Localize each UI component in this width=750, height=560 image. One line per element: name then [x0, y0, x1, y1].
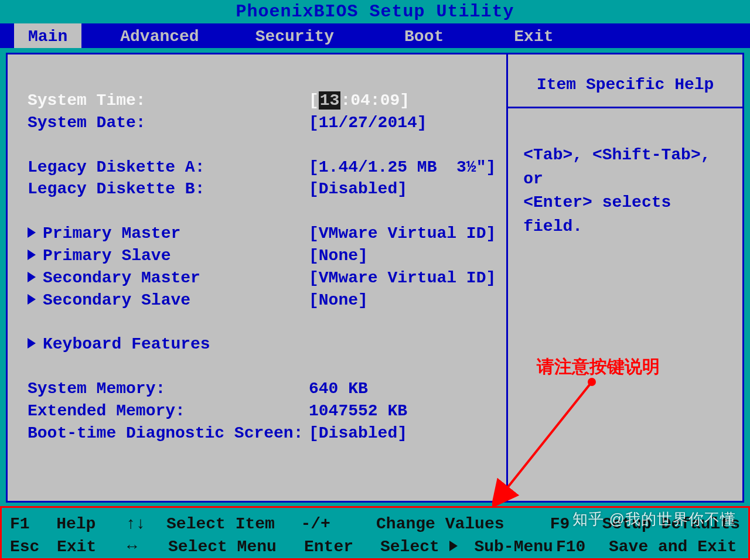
menu-bar: Main Advanced Security Boot Exit — [0, 23, 750, 48]
settings-panel: System Time: [13:04:09] System Date: [11… — [8, 54, 506, 501]
label-extended-memory: Extended Memory: — [28, 400, 309, 422]
value-system-date[interactable]: [11/27/2014] — [309, 112, 427, 134]
label-primary-slave: Primary Slave — [28, 245, 309, 267]
label-legacy-b: Legacy Diskette B: — [28, 178, 309, 200]
row-boot-diag[interactable]: Boot-time Diagnostic Screen: [Disabled] — [28, 422, 496, 445]
submenu-icon — [28, 250, 36, 260]
help-title: Item Specific Help — [508, 54, 742, 108]
value-boot-diag[interactable]: [Disabled] — [309, 422, 407, 445]
hint-select-item: Select Item — [166, 513, 301, 535]
time-hour-selected[interactable]: 13 — [319, 91, 341, 110]
value-secondary-slave[interactable]: [None] — [309, 289, 368, 312]
submenu-icon — [28, 272, 36, 282]
hint-key-f1: F1 — [10, 513, 56, 535]
hint-select-submenu: Select Sub-Menu — [380, 535, 556, 558]
row-primary-master[interactable]: Primary Master [VMware Virtual ID] — [28, 223, 496, 245]
row-extended-memory: Extended Memory: 1047552 KB — [28, 400, 496, 422]
label-primary-master: Primary Master — [28, 223, 309, 245]
submenu-icon — [449, 541, 458, 551]
value-extended-memory: 1047552 KB — [309, 400, 407, 422]
hint-key-f10: F10 — [556, 535, 609, 558]
hint-save-exit: Save and Exit — [609, 535, 740, 558]
label-secondary-master: Secondary Master — [28, 267, 309, 289]
value-secondary-master[interactable]: [VMware Virtual ID] — [309, 267, 496, 289]
submenu-icon — [28, 338, 36, 349]
hint-key-leftright: ↔ — [127, 535, 168, 558]
value-primary-master[interactable]: [VMware Virtual ID] — [309, 223, 496, 245]
hint-key-plusminus: -/+ — [301, 513, 376, 535]
tab-main[interactable]: Main — [14, 23, 81, 48]
row-secondary-slave[interactable]: Secondary Slave [None] — [28, 289, 496, 312]
submenu-icon — [28, 227, 36, 238]
row-system-date[interactable]: System Date: [11/27/2014] — [28, 112, 496, 134]
label-boot-diag: Boot-time Diagnostic Screen: — [28, 422, 309, 445]
value-primary-slave[interactable]: [None] — [309, 245, 368, 267]
help-body: <Tab>, <Shift-Tab>, or <Enter> selects f… — [508, 108, 742, 244]
label-system-memory: System Memory: — [28, 378, 309, 400]
hint-exit: Exit — [57, 535, 127, 558]
help-panel: Item Specific Help <Tab>, <Shift-Tab>, o… — [506, 54, 742, 501]
tab-boot[interactable]: Boot — [387, 23, 461, 48]
hint-key-enter: Enter — [304, 535, 380, 558]
value-system-memory: 640 KB — [309, 378, 368, 400]
watermark: 知乎 @我的世界你不懂 — [572, 509, 736, 530]
row-secondary-master[interactable]: Secondary Master [VMware Virtual ID] — [28, 267, 496, 289]
row-system-memory: System Memory: 640 KB — [28, 378, 496, 400]
hint-change-values: Change Values — [376, 513, 550, 535]
value-system-time[interactable]: [13:04:09] — [309, 90, 410, 112]
tab-advanced[interactable]: Advanced — [103, 23, 216, 48]
hint-key-updown: ↑↓ — [126, 513, 166, 535]
label-keyboard-features: Keyboard Features — [28, 333, 309, 356]
submenu-icon — [28, 294, 36, 305]
hint-key-esc: Esc — [10, 535, 57, 558]
tab-security[interactable]: Security — [238, 23, 352, 48]
label-system-date: System Date: — [28, 112, 309, 134]
main-panels: System Time: [13:04:09] System Date: [11… — [6, 53, 744, 503]
row-keyboard-features[interactable]: Keyboard Features — [28, 333, 496, 356]
hint-help: Help — [56, 513, 126, 535]
value-legacy-b[interactable]: [Disabled] — [309, 178, 407, 200]
tab-exit[interactable]: Exit — [496, 23, 571, 48]
row-system-time[interactable]: System Time: [13:04:09] — [28, 90, 496, 112]
row-primary-slave[interactable]: Primary Slave [None] — [28, 245, 496, 267]
row-legacy-diskette-b[interactable]: Legacy Diskette B: [Disabled] — [28, 178, 496, 200]
label-secondary-slave: Secondary Slave — [28, 289, 309, 312]
window-title: PhoenixBIOS Setup Utility — [0, 0, 750, 23]
row-legacy-diskette-a[interactable]: Legacy Diskette A: [1.44/1.25 MB 3½"] — [28, 156, 496, 179]
label-legacy-a: Legacy Diskette A: — [28, 156, 309, 179]
label-system-time: System Time: — [28, 90, 309, 112]
hint-select-menu: Select Menu — [168, 535, 304, 558]
annotation-text: 请注意按键说明 — [537, 355, 660, 379]
value-legacy-a[interactable]: [1.44/1.25 MB 3½"] — [309, 156, 496, 179]
